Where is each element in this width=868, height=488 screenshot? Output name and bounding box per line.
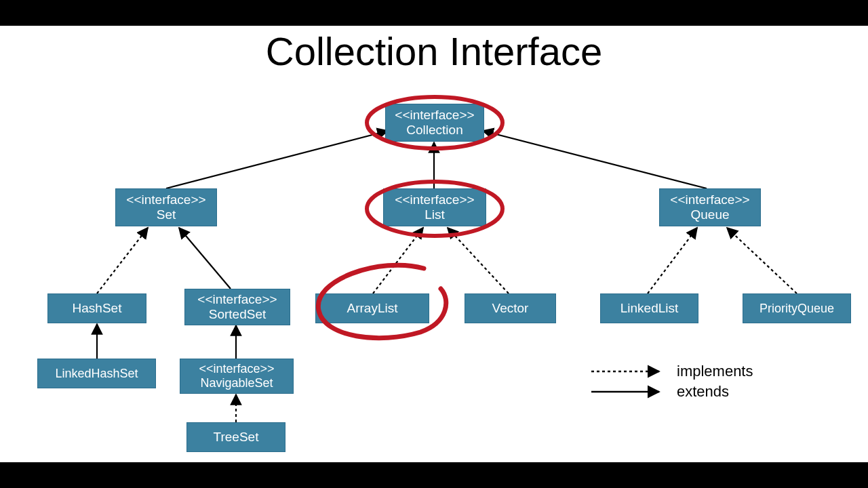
node-treeset: TreeSet bbox=[186, 422, 285, 452]
legend-row-extends: extends bbox=[590, 383, 848, 401]
svg-line-9 bbox=[448, 228, 509, 293]
node-set: <<interface>> Set bbox=[115, 188, 217, 226]
node-label: TreeSet bbox=[214, 430, 259, 445]
legend-arrow-dashed-icon bbox=[590, 365, 665, 378]
node-stereotype: <<interface>> bbox=[395, 192, 474, 207]
node-label: List bbox=[425, 207, 445, 222]
page-title: Collection Interface bbox=[0, 28, 868, 74]
legend-label-extends: extends bbox=[677, 383, 729, 401]
node-linkedhashset: LinkedHashSet bbox=[37, 359, 156, 388]
node-navigableset: <<interface>> NavigableSet bbox=[180, 359, 294, 394]
node-stereotype: <<interface>> bbox=[126, 192, 205, 207]
legend-label-implements: implements bbox=[677, 363, 753, 380]
node-stereotype: <<interface>> bbox=[197, 292, 277, 307]
node-label: HashSet bbox=[73, 301, 122, 316]
legend-row-implements: implements bbox=[590, 363, 848, 380]
node-linkedlist: LinkedList bbox=[600, 293, 698, 323]
node-stereotype: <<interface>> bbox=[670, 192, 749, 207]
svg-line-4 bbox=[179, 228, 231, 289]
node-label: Vector bbox=[492, 301, 529, 316]
node-label: Set bbox=[157, 207, 176, 222]
legend: implements extends bbox=[590, 363, 848, 403]
node-priorityqueue: PriorityQueue bbox=[743, 293, 851, 323]
node-collection: <<interface>> Collection bbox=[385, 104, 484, 142]
node-label: LinkedHashSet bbox=[55, 367, 138, 381]
svg-line-10 bbox=[648, 228, 697, 293]
svg-line-8 bbox=[373, 228, 423, 293]
node-hashset: HashSet bbox=[47, 293, 146, 323]
svg-line-0 bbox=[166, 131, 388, 188]
node-sortedset: <<interface>> SortedSet bbox=[184, 289, 290, 325]
node-label: Collection bbox=[406, 123, 462, 138]
node-list: <<interface>> List bbox=[383, 188, 486, 226]
node-stereotype: <<interface>> bbox=[395, 108, 474, 123]
node-stereotype: <<interface>> bbox=[199, 362, 274, 376]
legend-arrow-solid-icon bbox=[590, 385, 665, 399]
node-label: LinkedList bbox=[620, 301, 679, 316]
node-queue: <<interface>> Queue bbox=[659, 188, 761, 226]
svg-line-3 bbox=[97, 228, 148, 293]
node-vector: Vector bbox=[465, 293, 556, 323]
node-label: Queue bbox=[690, 207, 729, 222]
node-arraylist: ArrayList bbox=[315, 293, 429, 323]
node-label: SortedSet bbox=[209, 307, 267, 322]
node-label: PriorityQueue bbox=[760, 302, 834, 316]
node-label: NavigableSet bbox=[200, 376, 273, 390]
svg-line-2 bbox=[483, 131, 707, 188]
svg-line-11 bbox=[727, 228, 797, 293]
diagram-stage: Collection Interface bbox=[0, 26, 868, 462]
node-label: ArrayList bbox=[347, 301, 398, 316]
